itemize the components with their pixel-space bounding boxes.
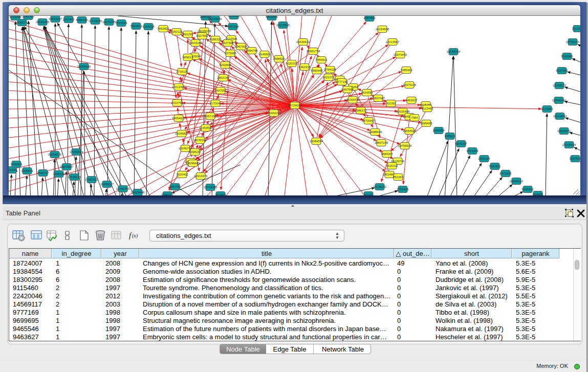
svg-text:20364436: 20364436 (346, 98, 360, 101)
svg-text:9245012: 9245012 (161, 193, 173, 195)
svg-text:12505135: 12505135 (68, 176, 81, 179)
svg-text:(x): (x) (132, 233, 138, 239)
svg-text:1167533: 1167533 (570, 157, 580, 160)
svg-text:17957223: 17957223 (85, 178, 99, 181)
svg-text:8220312: 8220312 (286, 62, 298, 65)
svg-text:16648764: 16648764 (447, 50, 461, 53)
svg-text:16543382: 16543382 (189, 41, 203, 45)
svg-text:9777169: 9777169 (336, 80, 348, 83)
svg-text:1010755: 1010755 (171, 101, 183, 104)
svg-text:8267150: 8267150 (204, 115, 216, 118)
svg-text:1753426: 1753426 (397, 188, 409, 191)
svg-text:9329966: 9329966 (561, 55, 573, 58)
svg-text:6466160: 6466160 (76, 18, 88, 21)
svg-text:891295: 891295 (183, 33, 193, 36)
svg-text:7515524: 7515524 (115, 21, 127, 25)
svg-text:962450: 962450 (215, 193, 226, 195)
svg-text:9146821: 9146821 (258, 53, 271, 56)
svg-text:9699695: 9699695 (420, 122, 432, 125)
svg-text:9113463: 9113463 (422, 107, 434, 110)
svg-text:15716485: 15716485 (204, 186, 217, 189)
svg-text:9657791: 9657791 (169, 185, 181, 188)
svg-text:9684067: 9684067 (381, 152, 393, 156)
svg-text:3375685: 3375685 (224, 52, 236, 55)
svg-text:10025488: 10025488 (396, 110, 410, 113)
svg-text:20053346: 20053346 (77, 65, 91, 68)
svg-text:12923448: 12923448 (131, 191, 145, 194)
svg-text:8160124: 8160124 (170, 30, 183, 33)
svg-text:8186323: 8186323 (209, 38, 222, 41)
svg-text:17359924: 17359924 (70, 150, 83, 154)
svg-text:1362615: 1362615 (298, 65, 311, 69)
svg-text:10653267: 10653267 (49, 17, 62, 20)
svg-text:15692971: 15692971 (557, 129, 571, 133)
svg-text:9794028: 9794028 (324, 68, 336, 71)
svg-text:7964: 7964 (411, 116, 418, 119)
svg-text:16033809: 16033809 (208, 17, 222, 20)
svg-text:6497568: 6497568 (341, 88, 354, 91)
svg-text:10973493: 10973493 (394, 53, 407, 56)
svg-text:10688609: 10688609 (368, 130, 382, 134)
svg-text:9327508: 9327508 (222, 41, 234, 45)
svg-text:7663821: 7663821 (130, 25, 142, 28)
svg-text:7625402: 7625402 (176, 173, 188, 176)
svg-text:10958107: 10958107 (100, 183, 114, 186)
svg-text:2087682: 2087682 (363, 16, 376, 19)
svg-text:7485063: 7485063 (400, 69, 412, 72)
svg-text:7632621: 7632621 (489, 165, 501, 168)
svg-text:16961758: 16961758 (307, 50, 320, 53)
svg-text:938923: 938923 (445, 135, 455, 138)
svg-text:20206576: 20206576 (48, 153, 62, 156)
svg-text:11353594: 11353594 (199, 126, 213, 129)
svg-text:62160: 62160 (387, 102, 396, 105)
svg-text:19218506: 19218506 (276, 24, 290, 27)
svg-text:6498222: 6498222 (189, 150, 201, 154)
svg-text:1156819: 1156819 (21, 169, 34, 172)
svg-text:2942737: 2942737 (37, 171, 49, 174)
svg-text:989613: 989613 (183, 56, 193, 59)
svg-text:9242848: 9242848 (219, 63, 231, 67)
svg-text:3624554: 3624554 (361, 91, 373, 94)
svg-text:1112543: 1112543 (572, 27, 580, 30)
svg-text:6879197: 6879197 (455, 142, 467, 145)
svg-text:16914479: 16914479 (194, 174, 208, 178)
svg-text:9131549: 9131549 (9, 16, 21, 18)
svg-text:16782759: 16782759 (116, 187, 130, 190)
svg-text:17016504: 17016504 (562, 143, 576, 146)
svg-text:2803144: 2803144 (217, 76, 229, 79)
svg-text:62160: 62160 (364, 193, 373, 195)
svg-text:1640954: 1640954 (432, 129, 445, 132)
svg-text:1527602: 1527602 (62, 18, 75, 21)
svg-text:19654923: 19654923 (403, 129, 417, 133)
svg-text:1621072: 1621072 (322, 76, 335, 79)
svg-text:12975115: 12975115 (403, 83, 417, 86)
svg-text:2145763: 2145763 (22, 16, 34, 18)
svg-text:8131054: 8131054 (228, 16, 240, 17)
svg-text:12213967: 12213967 (386, 40, 400, 43)
svg-text:16210643: 16210643 (553, 115, 567, 118)
svg-text:391549: 391549 (9, 168, 17, 171)
svg-text:7955812: 7955812 (315, 58, 328, 61)
svg-text:8471676: 8471676 (499, 172, 512, 175)
svg-text:9227342: 9227342 (556, 69, 568, 72)
svg-text:18300295: 18300295 (267, 112, 281, 115)
svg-text:20691406: 20691406 (36, 20, 50, 24)
svg-text:10719155: 10719155 (89, 19, 102, 23)
svg-text:3215953: 3215953 (541, 107, 553, 111)
svg-text:10807487: 10807487 (372, 97, 385, 100)
svg-text:2935114: 2935114 (478, 157, 491, 160)
svg-text:852254: 852254 (393, 176, 404, 179)
svg-text:9245652: 9245652 (521, 188, 534, 191)
svg-text:9163218: 9163218 (142, 25, 155, 28)
svg-text:2967608: 2967608 (235, 45, 247, 48)
svg-text:19975887: 19975887 (60, 165, 74, 168)
svg-text:15751074: 15751074 (566, 40, 580, 43)
svg-text:10654112: 10654112 (510, 180, 524, 183)
svg-text:19756928: 19756928 (398, 144, 412, 147)
svg-text:924505: 924505 (533, 193, 543, 195)
svg-text:12444154: 12444154 (552, 99, 566, 102)
svg-text:7986372: 7986372 (355, 109, 367, 112)
svg-text:9463627: 9463627 (405, 99, 418, 102)
svg-text:14055712: 14055712 (15, 21, 29, 24)
svg-text:1588520: 1588520 (273, 57, 285, 60)
